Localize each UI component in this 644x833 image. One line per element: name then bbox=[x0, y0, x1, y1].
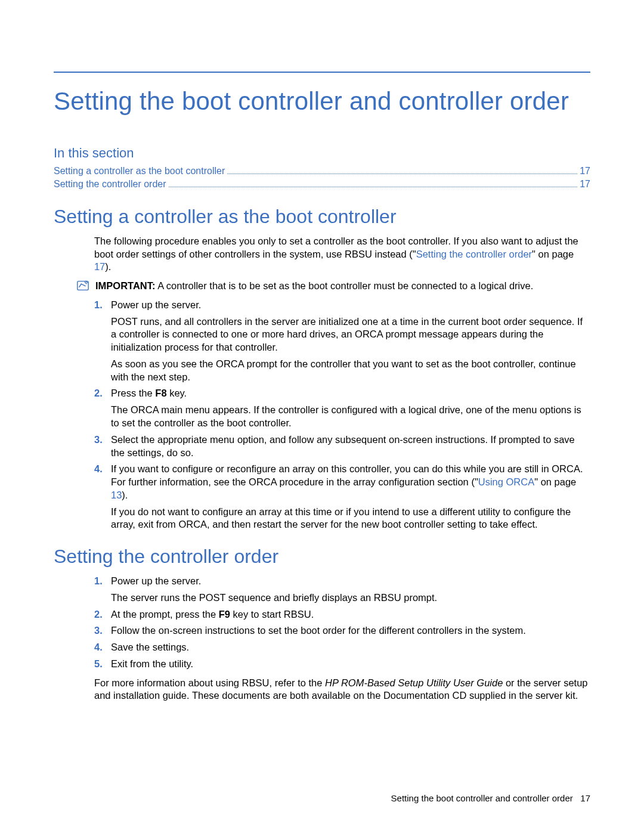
intro-paragraph: The following procedure enables you only… bbox=[94, 235, 590, 274]
step-lead: ). bbox=[122, 490, 128, 500]
important-body: A controller that is to be set as the bo… bbox=[156, 280, 534, 291]
step-lead: Exit from the utility. bbox=[111, 658, 193, 669]
horizontal-rule bbox=[54, 72, 590, 73]
link-page-ref[interactable]: 17 bbox=[94, 261, 105, 272]
step-item: Power up the server. POST runs, and all … bbox=[94, 299, 590, 384]
step-lead: key to start RBSU. bbox=[230, 609, 314, 620]
intro-text: " on page bbox=[532, 249, 574, 259]
step-item: If you want to configure or reconfigure … bbox=[94, 463, 590, 531]
toc-entry[interactable]: Setting a controller as the boot control… bbox=[54, 165, 590, 178]
step-item: Exit from the utility. bbox=[94, 658, 590, 671]
link-page-ref[interactable]: 13 bbox=[111, 490, 122, 500]
toc-entry-page: 17 bbox=[580, 178, 590, 191]
link-setting-controller-order[interactable]: Setting the controller order bbox=[416, 249, 532, 259]
page-footer: Setting the boot controller and controll… bbox=[391, 793, 590, 803]
step-lead: Select the appropriate menu option, and … bbox=[111, 434, 575, 458]
step-lead: Follow the on-screen instructions to set… bbox=[111, 625, 526, 636]
procedure-list-b: Power up the server. The server runs the… bbox=[94, 575, 590, 671]
important-text: IMPORTANT: A controller that is to be se… bbox=[95, 280, 533, 293]
step-paragraph: POST runs, and all controllers in the se… bbox=[111, 315, 590, 354]
footer-title: Setting the boot controller and controll… bbox=[391, 793, 573, 803]
step-item: Follow the on-screen instructions to set… bbox=[94, 624, 590, 637]
closing-text: For more information about using RBSU, r… bbox=[94, 677, 325, 688]
step-item: Select the appropriate menu option, and … bbox=[94, 433, 590, 460]
in-this-section-heading: In this section bbox=[54, 145, 590, 161]
step-lead: Power up the server. bbox=[111, 299, 201, 310]
toc-entry-title: Setting a controller as the boot control… bbox=[54, 165, 225, 178]
page-title: Setting the boot controller and controll… bbox=[54, 87, 590, 116]
step-lead: key. bbox=[167, 388, 187, 398]
step-item: Press the F8 key. The ORCA main menu app… bbox=[94, 387, 590, 429]
section-heading-boot-controller: Setting a controller as the boot control… bbox=[54, 206, 590, 228]
step-item: Power up the server. The server runs the… bbox=[94, 575, 590, 605]
footer-page-number: 17 bbox=[580, 793, 590, 803]
step-paragraph: If you do not want to configure an array… bbox=[111, 506, 590, 532]
svg-rect-0 bbox=[78, 281, 88, 290]
step-lead: At the prompt, press the bbox=[111, 609, 219, 620]
step-lead: Save the settings. bbox=[111, 642, 189, 652]
closing-paragraph: For more information about using RBSU, r… bbox=[94, 677, 590, 703]
step-lead: Press the bbox=[111, 388, 155, 398]
important-note: IMPORTANT: A controller that is to be se… bbox=[76, 280, 590, 293]
intro-text: ). bbox=[105, 261, 111, 272]
important-icon bbox=[76, 279, 89, 292]
toc-leader-dots bbox=[169, 178, 578, 187]
document-page: Setting the boot controller and controll… bbox=[0, 0, 644, 833]
step-paragraph: The ORCA main menu appears. If the contr… bbox=[111, 404, 590, 430]
key-label: F8 bbox=[155, 388, 166, 398]
procedure-list-a: Power up the server. POST runs, and all … bbox=[94, 299, 590, 531]
step-paragraph: As soon as you see the ORCA prompt for t… bbox=[111, 358, 590, 384]
step-paragraph: The server runs the POST sequence and br… bbox=[111, 592, 590, 605]
step-lead: Power up the server. bbox=[111, 575, 201, 586]
toc-entry-title: Setting the controller order bbox=[54, 178, 166, 191]
key-label: F9 bbox=[219, 609, 230, 620]
toc-entry-page: 17 bbox=[580, 165, 590, 178]
step-lead: " on page bbox=[534, 476, 576, 487]
toc-leader-dots bbox=[227, 165, 577, 174]
link-using-orca[interactable]: Using ORCA bbox=[478, 476, 534, 487]
important-label: IMPORTANT: bbox=[95, 280, 156, 291]
closing-guide-title: HP ROM-Based Setup Utility User Guide bbox=[325, 677, 503, 688]
toc-entry[interactable]: Setting the controller order 17 bbox=[54, 178, 590, 191]
section-heading-controller-order: Setting the controller order bbox=[54, 546, 590, 568]
step-item: Save the settings. bbox=[94, 641, 590, 654]
step-item: At the prompt, press the F9 key to start… bbox=[94, 608, 590, 621]
